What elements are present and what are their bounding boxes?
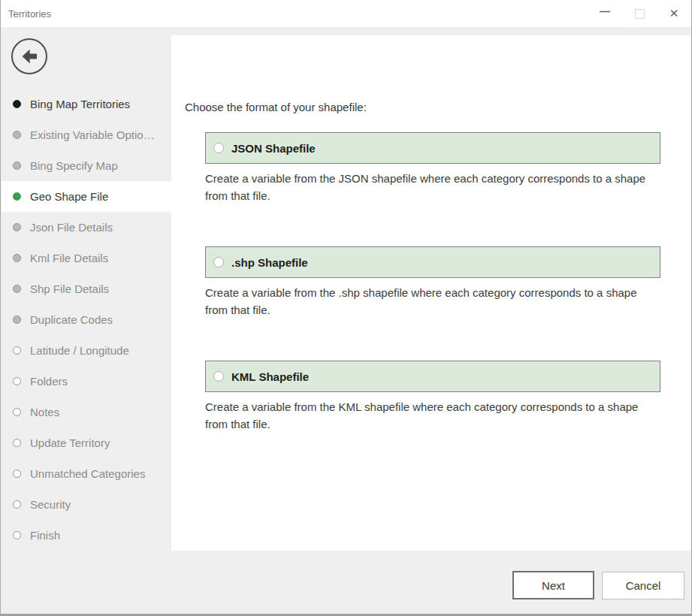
sidebar-step-bing-specify-map[interactable]: Bing Specify Map [2, 150, 171, 181]
step-status-icon [13, 316, 21, 324]
option-label: KML Shapefile [231, 370, 309, 383]
maximize-button[interactable] [622, 0, 657, 27]
option-json-shapefile[interactable]: JSON Shapefile [205, 132, 660, 164]
window-title: Territories [1, 8, 588, 20]
step-label: Json File Details [30, 221, 113, 234]
step-status-icon [13, 192, 21, 201]
step-status-icon [13, 500, 21, 509]
shapefile-options: JSON Shapefile Create a variable from th… [185, 132, 690, 433]
step-status-icon [13, 254, 21, 262]
title-bar: Territories — ✕ [1, 0, 691, 27]
page-title: Choose the format of your shapefile: [185, 101, 690, 113]
option-description: Create a variable from the KML shapefile… [205, 399, 659, 433]
back-button[interactable] [11, 38, 47, 74]
step-label: Shp File Details [30, 282, 109, 295]
option-shp-shapefile[interactable]: .shp Shapefile [205, 246, 660, 278]
step-status-icon [13, 131, 21, 139]
step-label: Finish [30, 529, 60, 542]
option-description: Create a variable from the JSON shapefil… [205, 171, 659, 204]
minimize-button[interactable]: — [588, 0, 622, 27]
wizard-steps: Bing Map Territories Existing Variable O… [2, 89, 171, 551]
window-controls: — ✕ [588, 0, 691, 27]
option-kml-shapefile[interactable]: KML Shapefile [205, 361, 660, 392]
option-group: KML Shapefile Create a variable from the… [205, 361, 660, 433]
radio-icon[interactable] [213, 143, 224, 153]
step-label: Security [30, 498, 71, 511]
sidebar-step-latitude-longitude[interactable]: Latitude / Longitude [2, 335, 171, 366]
step-label: Bing Specify Map [30, 159, 118, 172]
sidebar-step-update-territory[interactable]: Update Territory [2, 427, 171, 458]
sidebar-step-bing-map-territories[interactable]: Bing Map Territories [2, 89, 171, 119]
step-label: Existing Variable Optio… [30, 128, 155, 141]
step-status-icon [13, 285, 21, 293]
step-status-icon [13, 162, 21, 170]
sidebar-step-folders[interactable]: Folders [2, 366, 171, 397]
step-status-icon [13, 377, 21, 385]
step-label: Kml File Details [30, 252, 108, 264]
radio-icon[interactable] [213, 257, 224, 267]
step-label: Notes [30, 406, 59, 418]
step-label: Geo Shape File [30, 190, 108, 203]
next-button[interactable]: Next [512, 571, 594, 599]
back-arrow-icon [18, 45, 41, 68]
step-status-icon [13, 470, 21, 478]
option-group: .shp Shapefile Create a variable from th… [205, 246, 660, 319]
cancel-button[interactable]: Cancel [602, 572, 684, 599]
maximize-icon [635, 9, 645, 19]
step-status-icon [13, 223, 21, 231]
step-label: Update Territory [30, 436, 110, 449]
step-status-icon [13, 439, 21, 447]
step-status-icon [13, 100, 21, 108]
step-label: Unmatched Categories [30, 467, 145, 480]
sidebar-step-geo-shape-file[interactable]: Geo Shape File [2, 181, 172, 212]
sidebar-step-security[interactable]: Security [2, 489, 171, 520]
wizard-sidebar: Bing Map Territories Existing Variable O… [2, 27, 171, 611]
option-group: JSON Shapefile Create a variable from th… [205, 132, 660, 204]
close-button[interactable]: ✕ [657, 0, 691, 27]
step-label: Folders [30, 375, 68, 388]
main-panel: Choose the format of your shapefile: JSO… [171, 35, 690, 551]
step-status-icon [13, 408, 21, 416]
sidebar-step-duplicate-codes[interactable]: Duplicate Codes [2, 304, 171, 335]
option-label: JSON Shapefile [231, 142, 316, 155]
step-label: Latitude / Longitude [30, 344, 129, 357]
step-status-icon [13, 346, 21, 355]
sidebar-step-kml-file-details[interactable]: Kml File Details [2, 243, 171, 273]
territories-dialog: Territories — ✕ Bing Map Territories Exi… [0, 0, 692, 616]
sidebar-step-finish[interactable]: Finish [2, 520, 171, 551]
option-description: Create a variable from the .shp shapefil… [205, 285, 659, 319]
sidebar-step-unmatched-categories[interactable]: Unmatched Categories [2, 458, 171, 489]
sidebar-step-existing-variable-optio[interactable]: Existing Variable Optio… [2, 119, 171, 150]
option-label: .shp Shapefile [231, 256, 308, 269]
close-icon: ✕ [669, 7, 679, 20]
minimize-icon: — [600, 5, 610, 17]
sidebar-step-shp-file-details[interactable]: Shp File Details [2, 273, 171, 304]
step-label: Duplicate Codes [30, 313, 113, 326]
sidebar-step-json-file-details[interactable]: Json File Details [2, 212, 171, 243]
sidebar-step-notes[interactable]: Notes [2, 397, 171, 427]
step-label: Bing Map Territories [30, 98, 130, 110]
step-status-icon [13, 531, 21, 539]
radio-icon[interactable] [213, 371, 224, 382]
